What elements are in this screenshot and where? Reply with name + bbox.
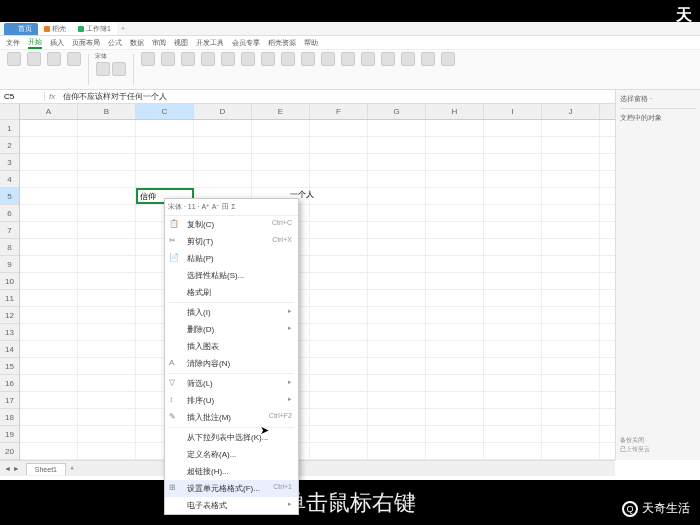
new-tab-button[interactable]: + xyxy=(121,25,125,32)
cells-area[interactable]: 信仰一个人 xyxy=(20,120,700,460)
ctx-item[interactable]: 删除(D)▸ xyxy=(165,321,298,338)
ctx-item[interactable]: 电子表格式▸ xyxy=(165,497,298,514)
menu-file[interactable]: 文件 xyxy=(6,38,20,48)
ctx-item[interactable]: A清除内容(N) xyxy=(165,355,298,372)
menu-view[interactable]: 视图 xyxy=(174,38,188,48)
row-header[interactable]: 19 xyxy=(0,426,19,443)
ctx-item[interactable]: 超链接(H)... xyxy=(165,463,298,480)
ctx-item[interactable]: 📋复制(C)Ctrl+C xyxy=(165,216,298,233)
menu-formula[interactable]: 公式 xyxy=(108,38,122,48)
italic-button[interactable] xyxy=(112,62,126,76)
ctx-item[interactable]: ✂剪切(T)Ctrl+X xyxy=(165,233,298,250)
col-header[interactable]: E xyxy=(252,104,310,119)
col-header[interactable]: H xyxy=(426,104,484,119)
row-header[interactable]: 4 xyxy=(0,171,19,188)
col-header[interactable]: A xyxy=(20,104,78,119)
row-header[interactable]: 12 xyxy=(0,307,19,324)
col-header[interactable]: I xyxy=(484,104,542,119)
format-painter-button[interactable] xyxy=(67,52,81,66)
col-header[interactable]: C xyxy=(136,104,194,119)
ctx-item-shortcut: ▸ xyxy=(288,307,292,318)
row-header[interactable]: 7 xyxy=(0,222,19,239)
tab-home[interactable]: 首页 xyxy=(4,23,38,35)
select-all-corner[interactable] xyxy=(0,104,19,120)
row-header[interactable]: 2 xyxy=(0,137,19,154)
menu-dev[interactable]: 开发工具 xyxy=(196,38,224,48)
paste-button[interactable] xyxy=(7,52,21,66)
sort-button[interactable] xyxy=(281,52,295,66)
row-header[interactable]: 11 xyxy=(0,290,19,307)
ctx-item[interactable]: 从下拉列表中选择(K)... xyxy=(165,429,298,446)
home-icon xyxy=(10,26,16,32)
menu-layout[interactable]: 页面布局 xyxy=(72,38,100,48)
filter-button[interactable] xyxy=(261,52,275,66)
tab-workbook[interactable]: 工作簿1 xyxy=(72,23,117,35)
row-header[interactable]: 9 xyxy=(0,256,19,273)
row-header[interactable]: 8 xyxy=(0,239,19,256)
ctx-item[interactable]: 格式刷 xyxy=(165,284,298,301)
menu-data[interactable]: 数据 xyxy=(130,38,144,48)
ctx-item[interactable]: 📄粘贴(P) xyxy=(165,250,298,267)
rowcol-button[interactable] xyxy=(341,52,355,66)
cut-button[interactable] xyxy=(27,52,41,66)
row-header[interactable]: 5 xyxy=(0,188,19,205)
menu-review[interactable]: 审阅 xyxy=(152,38,166,48)
tab-docer[interactable]: 稻壳 xyxy=(38,23,72,35)
col-header[interactable]: J xyxy=(542,104,600,119)
cell-reference[interactable]: C5 xyxy=(0,92,45,101)
col-header[interactable]: G xyxy=(368,104,426,119)
row-header[interactable]: 6 xyxy=(0,205,19,222)
ctx-item[interactable]: ▽筛选(L)▸ xyxy=(165,375,298,392)
ctx-item-label: 插入批注(M) xyxy=(187,412,231,423)
copy-button[interactable] xyxy=(47,52,61,66)
row-header[interactable]: 18 xyxy=(0,409,19,426)
row-header[interactable]: 3 xyxy=(0,154,19,171)
tabletool-button[interactable] xyxy=(401,52,415,66)
merge-button[interactable] xyxy=(141,52,155,66)
menu-help[interactable]: 帮助 xyxy=(304,38,318,48)
row-header[interactable]: 13 xyxy=(0,324,19,341)
bold-button[interactable] xyxy=(96,62,110,76)
find-button[interactable] xyxy=(421,52,435,66)
ctx-item-shortcut: Ctrl+F2 xyxy=(269,412,292,423)
col-header[interactable]: B xyxy=(78,104,136,119)
col-header[interactable]: D xyxy=(194,104,252,119)
row-header[interactable]: 1 xyxy=(0,120,19,137)
row-header[interactable]: 16 xyxy=(0,375,19,392)
sheet-button[interactable] xyxy=(361,52,375,66)
sheet-tab[interactable]: Sheet1 xyxy=(26,463,66,475)
cond-fmt-button[interactable] xyxy=(201,52,215,66)
sum-button[interactable] xyxy=(241,52,255,66)
cell-button[interactable] xyxy=(321,52,335,66)
fx-icon[interactable]: fx xyxy=(45,92,59,101)
add-sheet-button[interactable]: + xyxy=(70,465,74,472)
formula-input[interactable]: 信仰不应该样对于任何一个人 xyxy=(59,91,171,102)
ctx-item[interactable]: ✎插入批注(M)Ctrl+F2 xyxy=(165,409,298,426)
table-style-button[interactable] xyxy=(221,52,235,66)
panel-subtitle: 文档中的对象 xyxy=(620,113,696,123)
row-header[interactable]: 10 xyxy=(0,273,19,290)
wrap-button[interactable] xyxy=(161,52,175,66)
ctx-item[interactable]: 选择性粘贴(S)... xyxy=(165,267,298,284)
row-header[interactable]: 14 xyxy=(0,341,19,358)
row-header[interactable]: 17 xyxy=(0,392,19,409)
menu-insert[interactable]: 插入 xyxy=(50,38,64,48)
freeze-button[interactable] xyxy=(381,52,395,66)
ctx-item[interactable]: ⊞设置单元格格式(F)...Ctrl+1 xyxy=(165,480,298,497)
menu-home[interactable]: 开始 xyxy=(28,37,42,49)
row-header[interactable]: 15 xyxy=(0,358,19,375)
ctx-item[interactable]: 插入(I)▸ xyxy=(165,304,298,321)
format-button[interactable] xyxy=(181,52,195,66)
col-header[interactable]: F xyxy=(310,104,368,119)
ctx-item[interactable]: 定义名称(A)... xyxy=(165,446,298,463)
ctx-item-icon: 📄 xyxy=(169,253,179,263)
fill-button[interactable] xyxy=(301,52,315,66)
ctx-item[interactable]: 插入图表 xyxy=(165,338,298,355)
ctx-item-icon xyxy=(169,432,179,442)
ctx-item[interactable]: ↕排序(U)▸ xyxy=(165,392,298,409)
row-header[interactable]: 20 xyxy=(0,443,19,460)
menu-vip[interactable]: 会员专享 xyxy=(232,38,260,48)
symbol-button[interactable] xyxy=(441,52,455,66)
ctx-mini-toolbar[interactable]: 宋体 · 11 · A⁺ A⁻ 田 Σ xyxy=(165,199,298,216)
menu-resource[interactable]: 稻壳资源 xyxy=(268,38,296,48)
